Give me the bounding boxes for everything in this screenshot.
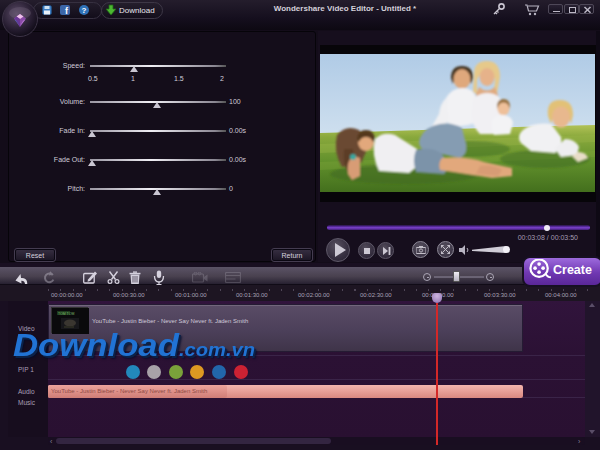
svg-text:TOM TOM: TOM TOM xyxy=(58,312,74,316)
svg-text:?: ? xyxy=(82,6,87,15)
